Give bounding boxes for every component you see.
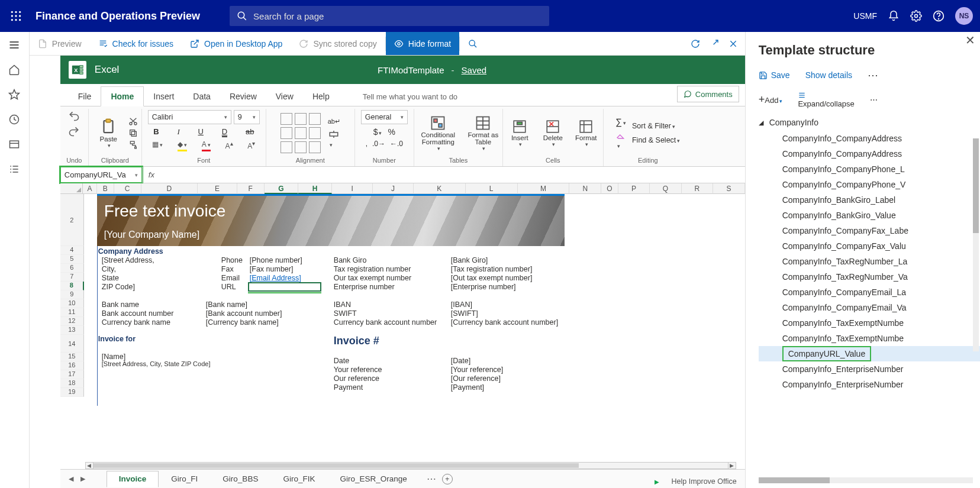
col-header-J[interactable]: J (373, 183, 414, 194)
tree-leaf[interactable]: CompanyInfo_CompanyEmail_La (759, 285, 980, 300)
font-color-icon[interactable]: A▾ (202, 140, 211, 150)
double-underline-icon[interactable]: D (222, 127, 227, 137)
tab-view[interactable]: View (266, 87, 303, 106)
sheet-tab-Giro_FIK[interactable]: Giro_FIK (270, 471, 327, 487)
col-header-B[interactable]: B (97, 183, 114, 194)
tab-insert[interactable]: Insert (144, 87, 183, 106)
col-header-H[interactable]: H (298, 183, 332, 194)
panel-more2-icon[interactable]: ⋯ (870, 95, 878, 104)
tree-leaf[interactable]: CompanyInfo_BankGiro_Value (759, 208, 980, 223)
tree-leaf[interactable]: CompanyInfo_CompanyFax_Labe (759, 223, 980, 238)
tree-leaf[interactable]: CompanyInfo_CompanyFax_Valu (759, 238, 980, 254)
horizontal-scrollbar[interactable]: ◀▶ (85, 462, 736, 469)
redo-icon[interactable] (68, 125, 80, 137)
align-mid-right-icon[interactable] (309, 127, 321, 139)
name-box[interactable]: CompanyURL_Va▾ (59, 166, 143, 184)
row-header-6[interactable]: 6 (60, 264, 84, 273)
clear-icon[interactable]: ▾ (616, 131, 626, 150)
border-icon[interactable]: ▦▾ (152, 140, 163, 150)
col-header-S[interactable]: S (713, 183, 745, 194)
search-cmd-button[interactable] (460, 32, 691, 55)
row-header-7[interactable]: 7 (60, 273, 84, 282)
tab-nav-first-icon[interactable]: ◀ (65, 475, 77, 483)
row-header-10[interactable]: 10 (60, 299, 84, 308)
row-header-12[interactable]: 12 (60, 317, 84, 326)
worksheet-grid[interactable]: ABCDEFGHIJKLMNOPQRS 24567891011121314151… (60, 183, 745, 488)
tree-leaf[interactable]: CompanyInfo_EnterpriseNumber (759, 377, 980, 392)
col-header-A[interactable]: A (83, 183, 97, 194)
sheet-tab-Giro_BBS[interactable]: Giro_BBS (210, 471, 270, 487)
align-bot-center-icon[interactable] (295, 141, 307, 153)
col-header-F[interactable]: F (237, 183, 265, 194)
hamburger-icon[interactable] (8, 39, 20, 51)
merge-icon[interactable]: ▾ (328, 129, 339, 148)
expand-collapse-button[interactable]: Expand/collapse (798, 91, 854, 108)
doc-name[interactable]: FTIModTemplate (378, 65, 444, 75)
shrink-font-icon[interactable]: A▾ (247, 140, 255, 150)
col-header-E[interactable]: E (198, 183, 237, 194)
refresh-icon[interactable] (691, 39, 700, 49)
preview-button[interactable]: Preview (30, 32, 90, 55)
find-select-button[interactable]: Find & Select▾ (632, 136, 680, 144)
tree-leaf[interactable]: CompanyInfo_BankGiro_Label (759, 192, 980, 208)
sheet-tab-Invoice[interactable]: Invoice (107, 471, 159, 487)
format-painter-icon[interactable] (128, 140, 138, 150)
currency-icon[interactable]: $▾ (373, 127, 382, 137)
number-format-combo[interactable]: General▾ (361, 110, 408, 124)
comma-icon[interactable]: , (366, 140, 368, 148)
strike-icon[interactable]: ab (246, 127, 254, 137)
more-tabs-icon[interactable]: ⋯ (427, 473, 437, 484)
insert-cells-button[interactable]: Insert▾ (505, 119, 534, 147)
wrap-text-icon[interactable]: ab↵ (328, 118, 340, 125)
align-mid-center-icon[interactable] (295, 127, 307, 139)
panel-save-button[interactable]: Save (759, 70, 790, 80)
align-bot-right-icon[interactable] (309, 141, 321, 153)
col-header-M[interactable]: M (518, 183, 570, 194)
col-header-Q[interactable]: Q (650, 183, 682, 194)
tell-me-input[interactable]: Tell me what you want to do (363, 88, 457, 106)
undo-icon[interactable] (68, 110, 80, 122)
row-header-11[interactable]: 11 (60, 308, 84, 317)
global-search-input[interactable]: Search for a page (230, 6, 549, 26)
tree-leaf[interactable]: CompanyInfo_CompanyEmail_Va (759, 300, 980, 315)
copy-icon[interactable] (128, 128, 138, 138)
show-details-button[interactable]: Show details (805, 70, 852, 80)
row-header-8[interactable]: 8 (60, 282, 84, 290)
panel-more-icon[interactable]: ⋯ (868, 69, 879, 82)
percent-icon[interactable]: % (388, 127, 395, 137)
tree-leaf[interactable]: CompanyInfo_TaxExemptNumbe (759, 331, 980, 346)
comments-button[interactable]: Comments (677, 86, 739, 102)
tab-help[interactable]: Help (303, 87, 339, 106)
col-header-K[interactable]: K (414, 183, 466, 194)
row-header-18[interactable]: 18 (60, 379, 84, 388)
panel-vertical-scrollbar[interactable] (973, 138, 979, 351)
font-name-combo[interactable]: Calibri▾ (148, 110, 231, 124)
user-avatar[interactable]: NS (955, 7, 973, 25)
row-header-15[interactable]: 15 (60, 353, 84, 361)
sheet-tab-Giro_ESR_Orange[interactable]: Giro_ESR_Orange (327, 471, 419, 487)
tree-leaf[interactable]: CompanyInfo_CompanyAddress (759, 131, 980, 146)
home-icon[interactable] (8, 64, 20, 76)
col-header-C[interactable]: C (114, 183, 141, 194)
help-improve-link[interactable]: Help Improve Office (671, 477, 736, 486)
panel-close-icon[interactable]: ✕ (965, 33, 975, 47)
star-icon[interactable] (8, 89, 20, 101)
sort-filter-button[interactable]: Sort & Filter▾ (632, 122, 675, 130)
notification-icon[interactable] (888, 10, 900, 22)
help-icon[interactable] (933, 10, 944, 22)
autosum-icon[interactable]: ∑▾ (615, 117, 626, 127)
row-header-14[interactable]: 14 (60, 335, 84, 353)
col-header-P[interactable]: P (618, 183, 650, 194)
italic-icon[interactable]: I (177, 127, 179, 137)
recent-icon[interactable] (8, 114, 20, 125)
tree-root[interactable]: ◢ CompanyInfo (759, 114, 980, 131)
col-header-I[interactable]: I (332, 183, 373, 194)
sheet-tab-Giro_FI[interactable]: Giro_FI (159, 471, 210, 487)
modules-icon[interactable] (8, 163, 20, 175)
tree-leaf[interactable]: CompanyInfo_TaxRegNumber_Va (759, 269, 980, 285)
app-launcher-icon[interactable] (7, 7, 25, 25)
tab-home[interactable]: Home (101, 86, 144, 106)
col-header-N[interactable]: N (569, 183, 601, 194)
tree-leaf[interactable]: CompanyInfo_CompanyPhone_V (759, 177, 980, 192)
cut-icon[interactable] (128, 117, 138, 126)
